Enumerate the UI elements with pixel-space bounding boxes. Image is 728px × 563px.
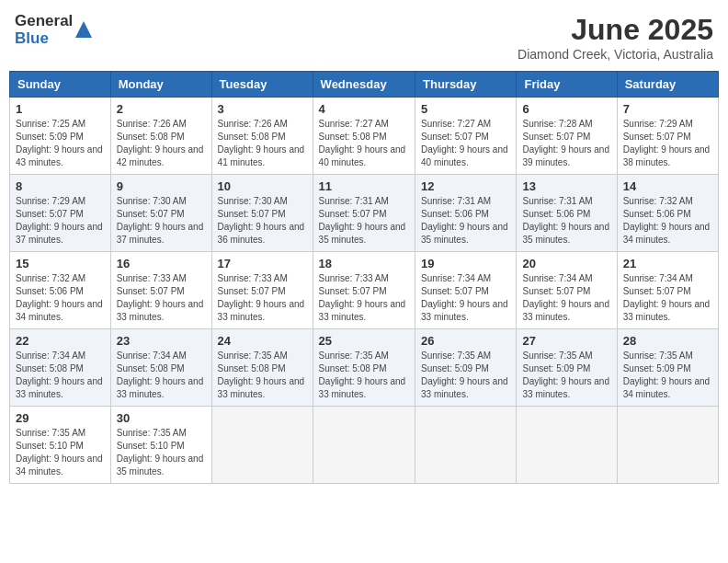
day-number: 20	[522, 257, 610, 270]
day-info: Sunrise: 7:32 AM Sunset: 5:06 PM Dayligh…	[623, 196, 711, 245]
table-row	[313, 407, 415, 484]
day-info: Sunrise: 7:25 AM Sunset: 5:09 PM Dayligh…	[16, 119, 103, 167]
svg-marker-0	[75, 21, 92, 38]
day-info: Sunrise: 7:34 AM Sunset: 5:07 PM Dayligh…	[421, 273, 508, 322]
col-saturday: Saturday	[617, 72, 718, 98]
day-number: 22	[16, 334, 105, 348]
day-number: 9	[117, 179, 206, 193]
table-row: 10 Sunrise: 7:30 AM Sunset: 5:07 PM Dayl…	[211, 175, 313, 252]
day-info: Sunrise: 7:35 AM Sunset: 5:09 PM Dayligh…	[623, 350, 711, 399]
day-number: 24	[218, 334, 307, 348]
col-tuesday: Tuesday	[211, 72, 313, 98]
calendar-week-row: 29 Sunrise: 7:35 AM Sunset: 5:10 PM Dayl…	[10, 407, 719, 484]
calendar-week-row: 15 Sunrise: 7:32 AM Sunset: 5:06 PM Dayl…	[10, 252, 719, 329]
logo-blue: Blue	[15, 30, 73, 48]
day-number: 1	[16, 102, 105, 116]
day-info: Sunrise: 7:33 AM Sunset: 5:07 PM Dayligh…	[218, 273, 305, 322]
day-number: 5	[421, 102, 510, 116]
day-number: 6	[522, 102, 610, 116]
calendar-header-row: Sunday Monday Tuesday Wednesday Thursday…	[10, 72, 719, 98]
day-number: 30	[117, 411, 206, 425]
day-number: 7	[623, 102, 712, 116]
col-thursday: Thursday	[415, 72, 517, 98]
table-row: 21 Sunrise: 7:34 AM Sunset: 5:07 PM Dayl…	[617, 252, 718, 329]
day-number: 2	[117, 102, 206, 116]
day-number: 11	[319, 179, 409, 193]
day-info: Sunrise: 7:35 AM Sunset: 5:09 PM Dayligh…	[522, 350, 609, 399]
day-info: Sunrise: 7:34 AM Sunset: 5:08 PM Dayligh…	[16, 350, 103, 399]
table-row: 1 Sunrise: 7:25 AM Sunset: 5:09 PM Dayli…	[10, 98, 111, 175]
day-info: Sunrise: 7:31 AM Sunset: 5:07 PM Dayligh…	[319, 196, 406, 245]
table-row: 22 Sunrise: 7:34 AM Sunset: 5:08 PM Dayl…	[10, 329, 111, 407]
day-info: Sunrise: 7:26 AM Sunset: 5:08 PM Dayligh…	[218, 119, 305, 167]
table-row: 15 Sunrise: 7:32 AM Sunset: 5:06 PM Dayl…	[10, 252, 111, 329]
title-area: June 2025 Diamond Creek, Victoria, Austr…	[518, 13, 713, 62]
day-number: 21	[623, 257, 712, 270]
day-number: 4	[319, 102, 409, 116]
table-row: 28 Sunrise: 7:35 AM Sunset: 5:09 PM Dayl…	[617, 329, 718, 407]
table-row: 13 Sunrise: 7:31 AM Sunset: 5:06 PM Dayl…	[517, 175, 617, 252]
day-info: Sunrise: 7:35 AM Sunset: 5:09 PM Dayligh…	[421, 350, 508, 399]
table-row: 24 Sunrise: 7:35 AM Sunset: 5:08 PM Dayl…	[211, 329, 313, 407]
table-row: 6 Sunrise: 7:28 AM Sunset: 5:07 PM Dayli…	[517, 98, 617, 175]
day-info: Sunrise: 7:35 AM Sunset: 5:08 PM Dayligh…	[319, 350, 406, 399]
col-wednesday: Wednesday	[313, 72, 415, 98]
table-row: 8 Sunrise: 7:29 AM Sunset: 5:07 PM Dayli…	[10, 175, 111, 252]
table-row	[517, 407, 617, 484]
day-info: Sunrise: 7:35 AM Sunset: 5:10 PM Dayligh…	[16, 428, 103, 477]
day-info: Sunrise: 7:34 AM Sunset: 5:07 PM Dayligh…	[522, 273, 609, 322]
day-number: 25	[319, 334, 409, 348]
table-row: 14 Sunrise: 7:32 AM Sunset: 5:06 PM Dayl…	[617, 175, 718, 252]
calendar-week-row: 22 Sunrise: 7:34 AM Sunset: 5:08 PM Dayl…	[10, 329, 719, 407]
day-info: Sunrise: 7:32 AM Sunset: 5:06 PM Dayligh…	[16, 273, 103, 322]
logo-general: General	[15, 13, 73, 30]
location-title: Diamond Creek, Victoria, Australia	[518, 47, 713, 62]
day-info: Sunrise: 7:27 AM Sunset: 5:07 PM Dayligh…	[421, 119, 508, 167]
day-number: 28	[623, 334, 712, 348]
table-row: 4 Sunrise: 7:27 AM Sunset: 5:08 PM Dayli…	[313, 98, 415, 175]
calendar-table: Sunday Monday Tuesday Wednesday Thursday…	[9, 71, 719, 484]
table-row: 18 Sunrise: 7:33 AM Sunset: 5:07 PM Dayl…	[313, 252, 415, 329]
day-number: 19	[421, 257, 510, 270]
day-info: Sunrise: 7:33 AM Sunset: 5:07 PM Dayligh…	[319, 273, 406, 322]
table-row: 19 Sunrise: 7:34 AM Sunset: 5:07 PM Dayl…	[415, 252, 517, 329]
day-info: Sunrise: 7:29 AM Sunset: 5:07 PM Dayligh…	[16, 196, 103, 245]
table-row: 12 Sunrise: 7:31 AM Sunset: 5:06 PM Dayl…	[415, 175, 517, 252]
day-info: Sunrise: 7:31 AM Sunset: 5:06 PM Dayligh…	[522, 196, 609, 245]
col-sunday: Sunday	[10, 72, 111, 98]
table-row: 5 Sunrise: 7:27 AM Sunset: 5:07 PM Dayli…	[415, 98, 517, 175]
day-info: Sunrise: 7:35 AM Sunset: 5:08 PM Dayligh…	[218, 350, 305, 399]
table-row: 16 Sunrise: 7:33 AM Sunset: 5:07 PM Dayl…	[110, 252, 211, 329]
day-number: 16	[117, 257, 206, 270]
logo: General Blue	[15, 13, 92, 47]
day-number: 29	[16, 411, 105, 425]
day-info: Sunrise: 7:35 AM Sunset: 5:10 PM Dayligh…	[117, 428, 204, 477]
day-info: Sunrise: 7:30 AM Sunset: 5:07 PM Dayligh…	[218, 196, 305, 245]
table-row: 2 Sunrise: 7:26 AM Sunset: 5:08 PM Dayli…	[110, 98, 211, 175]
table-row: 25 Sunrise: 7:35 AM Sunset: 5:08 PM Dayl…	[313, 329, 415, 407]
table-row: 7 Sunrise: 7:29 AM Sunset: 5:07 PM Dayli…	[617, 98, 718, 175]
day-number: 14	[623, 179, 712, 193]
table-row: 3 Sunrise: 7:26 AM Sunset: 5:08 PM Dayli…	[211, 98, 313, 175]
day-info: Sunrise: 7:30 AM Sunset: 5:07 PM Dayligh…	[117, 196, 204, 245]
table-row: 9 Sunrise: 7:30 AM Sunset: 5:07 PM Dayli…	[110, 175, 211, 252]
table-row	[211, 407, 313, 484]
col-friday: Friday	[517, 72, 617, 98]
month-title: June 2025	[518, 13, 713, 47]
table-row: 29 Sunrise: 7:35 AM Sunset: 5:10 PM Dayl…	[10, 407, 111, 484]
table-row: 11 Sunrise: 7:31 AM Sunset: 5:07 PM Dayl…	[313, 175, 415, 252]
day-number: 17	[218, 257, 307, 270]
day-info: Sunrise: 7:29 AM Sunset: 5:07 PM Dayligh…	[623, 119, 711, 167]
day-number: 10	[218, 179, 307, 193]
day-number: 13	[522, 179, 610, 193]
table-row: 17 Sunrise: 7:33 AM Sunset: 5:07 PM Dayl…	[211, 252, 313, 329]
day-info: Sunrise: 7:26 AM Sunset: 5:08 PM Dayligh…	[117, 119, 204, 167]
day-number: 8	[16, 179, 105, 193]
day-number: 15	[16, 257, 105, 270]
day-number: 3	[218, 102, 307, 116]
table-row	[617, 407, 718, 484]
day-info: Sunrise: 7:34 AM Sunset: 5:08 PM Dayligh…	[117, 350, 204, 399]
calendar-week-row: 8 Sunrise: 7:29 AM Sunset: 5:07 PM Dayli…	[10, 175, 719, 252]
logo-triangle-icon	[75, 21, 92, 41]
table-row: 20 Sunrise: 7:34 AM Sunset: 5:07 PM Dayl…	[517, 252, 617, 329]
